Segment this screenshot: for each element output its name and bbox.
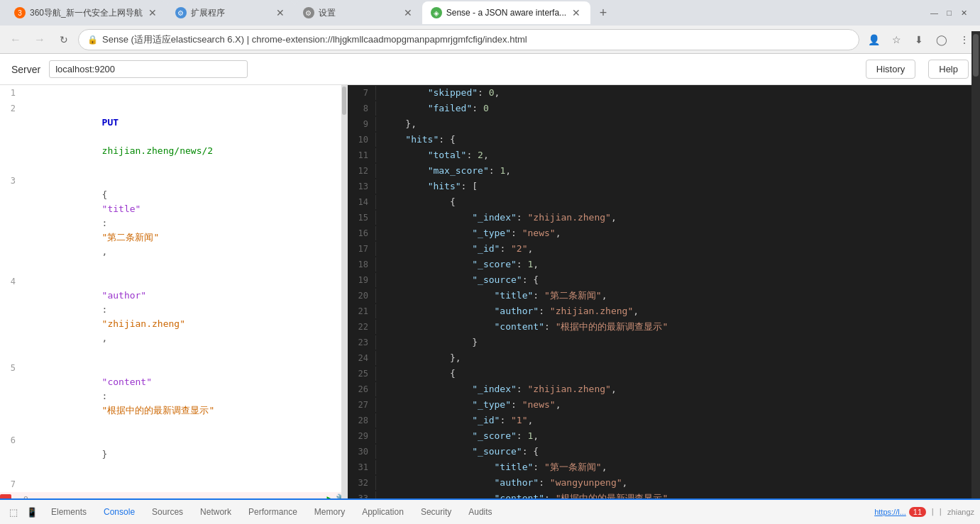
jln-14: 14 (348, 195, 376, 209)
line-number-3: 3 (0, 174, 21, 188)
json-line-26: 26 "_index": "zhijian.zheng", (348, 381, 980, 397)
devtools-tab-security[interactable]: Security (412, 500, 460, 524)
toolbar-actions: 👤 ☆ ⬇ ◯ ⋮ (864, 30, 974, 50)
jlc-26: "_index": "zhijian.zheng", (376, 382, 980, 396)
bookmark-icon[interactable]: ☆ (886, 30, 906, 50)
back-button[interactable]: ← (6, 30, 26, 50)
jlc-10: "hits": { (376, 133, 980, 147)
jln-9: 9 (348, 117, 376, 131)
output-content[interactable]: 7 "skipped": 0, 8 "failed": 0 9 }, 10 (348, 85, 980, 498)
put-keyword: PUT (102, 117, 119, 128)
line-content-6: } (21, 433, 347, 476)
json-line-9: 9 }, (348, 116, 980, 132)
jln-8: 8 (348, 101, 376, 116)
comma2: , (102, 333, 108, 343)
devtools-extra: 丨丨 (929, 507, 945, 518)
editor-scrollbar[interactable] (341, 85, 347, 498)
colon: : (102, 218, 108, 228)
jlc-9: }, (376, 117, 980, 131)
brace-open: { (102, 189, 114, 200)
jln-21: 21 (348, 304, 376, 318)
tab-close-360[interactable]: ✕ (147, 7, 158, 18)
jlc-29: "_score": 1, (376, 429, 980, 443)
json-line-10: 10 "hits": { (348, 132, 980, 147)
jlc-15: "_index": "zhijian.zheng", (376, 211, 980, 225)
jlc-27: "_type": "news", (376, 398, 980, 412)
help-button[interactable]: Help (928, 60, 969, 79)
avatar-icon[interactable]: ◯ (932, 30, 952, 50)
main-area: 1 2 PUT zhijian.zheng/news/2 (0, 85, 980, 498)
json-line-32: 32 "author": "wangyunpeng", (348, 475, 980, 491)
tab-settings[interactable]: ⚙ 设置 ✕ (294, 1, 422, 24)
devtools-username: zhiangz (947, 508, 974, 516)
jlc-16: "_type": "news", (376, 226, 980, 240)
json-line-12: 12 "max_score": 1, (348, 163, 980, 179)
jln-24: 24 (348, 351, 376, 365)
jlc-25: { (376, 367, 980, 381)
refresh-button[interactable]: ↻ (54, 30, 74, 50)
json-line-16: 16 "_type": "news", (348, 225, 980, 241)
tab-360[interactable]: 3 360导航_新一代安全上网导航 ✕ (6, 1, 167, 24)
inspect-icon[interactable]: ⬚ (6, 504, 21, 520)
json-line-30: 30 "_source": { (348, 444, 980, 459)
maximize-button[interactable]: □ (945, 9, 954, 18)
jln-15: 15 (348, 211, 376, 225)
jln-28: 28 (348, 413, 376, 428)
tab-close-settings[interactable]: ✕ (402, 7, 414, 18)
account-icon[interactable]: 👤 (864, 30, 883, 50)
run-button[interactable]: ▶ (327, 493, 333, 498)
network-url[interactable]: https://l... (874, 508, 906, 516)
jln-12: 12 (348, 164, 376, 178)
jln-32: 32 (348, 476, 376, 490)
device-icon[interactable]: 📱 (24, 504, 40, 520)
jlc-11: "total": 2, (376, 148, 980, 162)
editor-content[interactable]: 1 2 PUT zhijian.zheng/news/2 (0, 85, 347, 498)
server-input[interactable] (49, 60, 248, 78)
output-scrollbar[interactable] (971, 85, 980, 498)
jln-18: 18 (348, 257, 376, 272)
devtools-bar: ⬚ 📱 Elements Console Sources Network Per… (0, 498, 980, 524)
json-line-15: 15 "_index": "zhijian.zheng", (348, 210, 980, 225)
tab-extensions[interactable]: ⚙ 扩展程序 ✕ (167, 1, 294, 24)
new-tab-button[interactable]: + (593, 3, 613, 23)
json-line-22: 22 "content": "根据中的的最新调查显示" (348, 319, 980, 335)
json-line-13: 13 "hits": [ (348, 179, 980, 194)
devtools-tab-application[interactable]: Application (353, 500, 412, 524)
devtools-tab-network[interactable]: Network (192, 500, 240, 524)
json-line-7: 7 "skipped": 0, (348, 85, 980, 101)
jlc-19: "_source": { (376, 273, 980, 287)
json-line-21: 21 "author": "zhijian.zheng", (348, 303, 980, 319)
tab-close-sense[interactable]: ✕ (571, 7, 582, 18)
editor-line-3: 3 { "title" : "第二条新闻" , (0, 173, 347, 274)
tab-sense[interactable]: ◈ Sense - a JSON aware interfa... ✕ (422, 1, 590, 24)
editor-line-1: 1 (0, 85, 347, 101)
jln-10: 10 (348, 133, 376, 147)
extension-icon[interactable]: ⬇ (909, 30, 929, 50)
window-controls: — □ ✕ (930, 9, 974, 18)
devtools-tab-sources[interactable]: Sources (143, 500, 192, 524)
json-line-11: 11 "total": 2, (348, 147, 980, 163)
forward-button[interactable]: → (30, 30, 50, 50)
line-number-7: 7 (0, 477, 21, 491)
json-line-19: 19 "_source": { (348, 272, 980, 288)
devtools-icons: ⬚ 📱 (6, 504, 40, 520)
devtools-tab-console[interactable]: Console (95, 500, 143, 524)
tab-favicon-sense: ◈ (431, 7, 442, 18)
address-bar[interactable]: 🔒 Sense (适用适应elasticsearch 6.X) | chrome… (78, 29, 859, 50)
devtools-tab-audits[interactable]: Audits (460, 500, 500, 524)
history-button[interactable]: History (866, 60, 915, 79)
minimize-button[interactable]: — (930, 9, 939, 18)
tab-close-ext[interactable]: ✕ (275, 7, 286, 18)
editor-line-6: 6 } (0, 433, 347, 476)
jlc-18: "_score": 1, (376, 257, 980, 272)
devtools-tab-elements[interactable]: Elements (43, 500, 95, 524)
jlc-33: "content": "根据中的的最新调查显示" (376, 491, 980, 498)
jlc-24: }, (376, 351, 980, 365)
jln-17: 17 (348, 242, 376, 256)
devtools-tab-memory[interactable]: Memory (306, 500, 353, 524)
close-button[interactable]: ✕ (959, 9, 969, 18)
editor-scroll-thumb (342, 87, 346, 115)
colon2: : (102, 304, 108, 315)
jlc-14: { (376, 195, 980, 209)
devtools-tab-performance[interactable]: Performance (240, 500, 306, 524)
